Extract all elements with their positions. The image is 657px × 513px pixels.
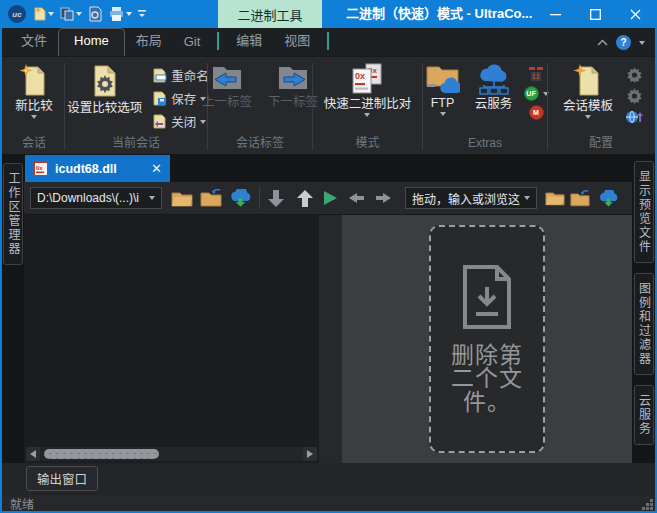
previous-tab-button[interactable]: 上一标签 xyxy=(198,62,256,132)
left-path-combobox[interactable]: D:\Downloads\(...)\i xyxy=(30,187,162,209)
scrollbar-thumb[interactable] xyxy=(44,449,159,459)
bottom-dock: 输出窗口 xyxy=(2,463,655,495)
right-path-placeholder: 拖动，输入或浏览这 xyxy=(412,190,520,207)
session-file-tab[interactable]: 0x icudt68.dll ✕ xyxy=(25,155,170,182)
copy-session-caret-icon xyxy=(76,12,82,16)
horizontal-scrollbar[interactable] xyxy=(26,447,317,461)
menu-home[interactable]: Home xyxy=(58,28,125,56)
merge-right-button[interactable] xyxy=(375,191,392,205)
copy-session-button[interactable] xyxy=(59,6,82,22)
collapse-ribbon-icon[interactable] xyxy=(597,39,608,46)
svg-text:0x: 0x xyxy=(355,71,365,81)
pane-splitter[interactable] xyxy=(319,215,342,463)
web-upload-icon[interactable] xyxy=(625,108,643,124)
workspace-manager-tab[interactable]: 工作区管理器 xyxy=(3,163,23,265)
left-path-value: D:\Downloads\(...)\i xyxy=(37,191,145,205)
binary-file-icon: 0x xyxy=(33,161,49,177)
menu-layout[interactable]: 布局 xyxy=(125,26,173,56)
ftp-caret-icon xyxy=(440,112,446,116)
compare-toolbar: D:\Downloads\(...)\i xyxy=(24,182,632,215)
close-session-icon xyxy=(152,114,167,129)
new-compare-button[interactable]: 新比较 xyxy=(11,62,57,132)
scroll-right-button[interactable] xyxy=(303,447,317,461)
scroll-left-icon xyxy=(30,450,36,458)
center-column: 0x icudt68.dll ✕ D:\Downloads\(...)\i xyxy=(24,155,632,463)
scroll-left-button[interactable] xyxy=(26,447,40,461)
ribbon-group-mode: 0x 0x 快速二进制比对 模式 xyxy=(313,59,422,154)
right-path-combobox[interactable]: 拖动，输入或浏览这 xyxy=(405,187,537,209)
session-template-button[interactable]: 会话模板 xyxy=(559,62,617,132)
drop-file-icon xyxy=(459,264,515,330)
menu-edit[interactable]: 编辑 xyxy=(225,26,273,56)
contextual-group-separator-end xyxy=(327,32,329,50)
scroll-right-icon xyxy=(307,450,313,458)
show-preview-file-tab[interactable]: 显示预览文件 xyxy=(634,161,654,263)
recent-folder-button-right[interactable] xyxy=(570,190,590,207)
window-title: 二进制（快速）模式 - UltraCo... xyxy=(346,0,532,28)
group-label-config: 配置 xyxy=(548,132,654,154)
app-m-icon[interactable]: M xyxy=(529,105,544,120)
contextual-tab-binary-tools[interactable]: 二进制工具 xyxy=(218,0,322,28)
cloud-open-button-left[interactable] xyxy=(229,189,252,207)
print-button[interactable] xyxy=(108,6,132,22)
help-caret-icon[interactable] xyxy=(639,41,645,45)
statusbar: 就绪 xyxy=(2,495,655,512)
tab-close-icon[interactable]: ✕ xyxy=(151,162,162,175)
merge-left-button[interactable] xyxy=(348,191,365,205)
minimize-button[interactable] xyxy=(535,0,575,28)
next-tab-icon xyxy=(277,63,309,93)
menu-view[interactable]: 视图 xyxy=(273,26,321,56)
resize-grip[interactable] xyxy=(642,499,653,510)
open-folder-icon xyxy=(171,190,193,207)
ribbon-group-extras: FTP 云服务 xyxy=(423,59,547,154)
close-button[interactable] xyxy=(615,0,655,28)
right-file-pane[interactable]: 删除第二个文件。 xyxy=(342,215,632,463)
advanced-gear-icon[interactable] xyxy=(626,87,643,104)
app-logo-icon: uc xyxy=(8,5,26,23)
previous-difference-button[interactable] xyxy=(296,189,314,208)
preview-document-button[interactable] xyxy=(87,6,103,22)
extras-small-buttons: UF M xyxy=(524,66,549,135)
new-session-caret-icon xyxy=(48,12,54,16)
menu-file[interactable]: 文件 xyxy=(10,26,58,56)
drop-second-file-zone[interactable]: 删除第二个文件。 xyxy=(429,225,545,453)
titlebar: uc xyxy=(2,0,655,28)
new-session-button[interactable] xyxy=(31,6,54,22)
recent-folder-button-left[interactable] xyxy=(200,189,222,207)
main-region: 工作区管理器 0x icudt68.dll ✕ D:\Dow xyxy=(2,155,655,463)
printer-icon xyxy=(108,6,125,22)
start-compare-button[interactable] xyxy=(321,189,339,207)
compare-apps-icon[interactable] xyxy=(528,66,544,82)
cloud-open-button-right[interactable] xyxy=(598,190,619,207)
set-compare-options-button[interactable]: 设置比较选项 xyxy=(63,62,146,132)
ribbon: 新比较 会话 设置比较选项 xyxy=(2,57,655,155)
status-ready-text: 就绪 xyxy=(10,495,34,512)
ftp-button[interactable]: FTP xyxy=(422,62,464,135)
menubar: 文件 Home 布局 Git 编辑 视图 ? xyxy=(2,28,655,57)
arrow-left-icon xyxy=(348,191,365,205)
cloud-services-button[interactable]: 云服务 xyxy=(471,62,517,135)
ultrafinder-button[interactable]: UF xyxy=(524,86,549,101)
scrollbar-track[interactable] xyxy=(40,447,303,461)
maximize-button[interactable] xyxy=(575,0,615,28)
next-difference-button[interactable] xyxy=(267,189,285,208)
output-window-tab[interactable]: 输出窗口 xyxy=(26,466,98,491)
customize-qat-button[interactable] xyxy=(137,8,147,20)
help-button[interactable]: ? xyxy=(616,35,631,50)
cloud-services-tab[interactable]: 云服务 xyxy=(634,385,654,445)
ultracompare-window: uc xyxy=(0,0,657,513)
right-panel-strip: 显示预览文件 图例和过滤器 云服务 xyxy=(632,155,655,463)
maximize-icon xyxy=(590,9,601,20)
new-document-icon xyxy=(31,6,47,22)
browse-folder-button-right[interactable] xyxy=(545,190,565,206)
settings-gear-icon[interactable] xyxy=(626,66,643,83)
quick-binary-compare-button[interactable]: 0x 0x 快速二进制比对 xyxy=(320,62,416,132)
save-icon xyxy=(152,91,167,106)
left-file-pane[interactable] xyxy=(24,215,319,463)
legend-and-filters-tab[interactable]: 图例和过滤器 xyxy=(634,273,654,375)
ftp-icon xyxy=(426,63,460,94)
document-preview-icon xyxy=(87,6,103,22)
cloud-network-icon xyxy=(475,63,513,95)
browse-folder-button-left[interactable] xyxy=(171,190,193,207)
menu-git[interactable]: Git xyxy=(173,30,212,56)
